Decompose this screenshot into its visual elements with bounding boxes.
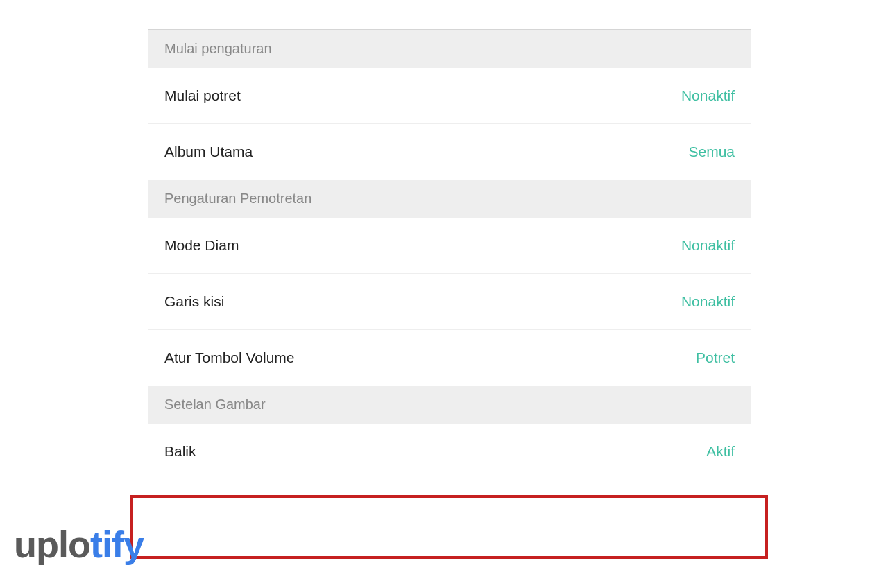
section-header-image: Setelan Gambar [148,386,751,424]
row-value: Potret [696,349,735,366]
section-header-label: Setelan Gambar [164,397,266,412]
row-label: Mulai potret [164,87,241,104]
row-value: Semua [688,144,735,160]
section-header-start: Mulai pengaturan [148,29,751,68]
row-mulai-potret[interactable]: Mulai potret Nonaktif [148,68,751,124]
row-value: Nonaktif [681,293,735,310]
row-garis-kisi[interactable]: Garis kisi Nonaktif [148,274,751,330]
row-balik[interactable]: Balik Aktif [148,424,751,479]
watermark-part1: uplo [14,524,90,565]
row-label: Balik [164,443,196,460]
highlight-annotation [130,495,768,559]
watermark-part2: tify [90,524,144,565]
row-label: Atur Tombol Volume [164,349,295,366]
section-header-label: Mulai pengaturan [164,41,272,56]
settings-list: Mulai pengaturan Mulai potret Nonaktif A… [148,29,751,479]
row-label: Garis kisi [164,293,224,310]
section-header-label: Pengaturan Pemotretan [164,191,311,206]
watermark: uplotify [14,523,144,566]
row-album-utama[interactable]: Album Utama Semua [148,124,751,180]
row-atur-tombol-volume[interactable]: Atur Tombol Volume Potret [148,330,751,386]
row-value: Nonaktif [681,87,735,104]
row-label: Mode Diam [164,237,239,254]
row-value: Nonaktif [681,237,735,254]
section-header-shooting: Pengaturan Pemotretan [148,180,751,218]
row-value: Aktif [706,443,735,460]
row-mode-diam[interactable]: Mode Diam Nonaktif [148,218,751,274]
row-label: Album Utama [164,144,253,160]
